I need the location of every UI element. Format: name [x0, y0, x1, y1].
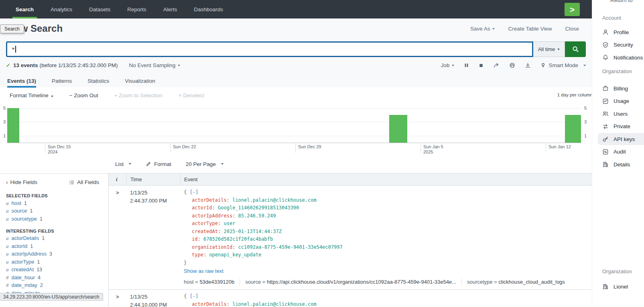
nav-item-analytics[interactable]: Analytics — [42, 0, 81, 18]
tab-events[interactable]: Events (13) — [7, 75, 36, 87]
field-createdAt[interactable]: acreatedAt13 — [0, 266, 108, 274]
shield-icon — [602, 42, 609, 48]
arrows-icon — [602, 123, 609, 130]
timeline-bar[interactable] — [565, 115, 581, 143]
panel-item-label: Usage — [614, 98, 629, 104]
job-menu-button[interactable]: Job — [441, 62, 455, 68]
per-page-dropdown[interactable]: 20 Per Page — [186, 161, 223, 167]
list-view-dropdown[interactable]: List — [115, 161, 131, 167]
event-time-cell: 1/13/252:44:37.000 PM — [126, 186, 180, 289]
json-value: 2025-01-13T14:44:37Z — [223, 229, 282, 234]
field-actorIpAddress[interactable]: aactorIpAddress3 — [0, 250, 108, 258]
field-host[interactable]: ahost1 — [0, 199, 108, 207]
tab-statistics[interactable]: Statistics — [87, 75, 109, 87]
json-key: actorDetails — [192, 301, 227, 307]
json-collapse-link[interactable]: [-] — [189, 189, 198, 195]
search-mode-selector[interactable]: Smart Mode — [540, 62, 586, 68]
download-button[interactable] — [525, 62, 531, 68]
field-name: actorType — [12, 259, 35, 265]
zoom-to-selection-button[interactable]: + Zoom to Selection — [114, 92, 162, 98]
timeline-plot-area[interactable]: 553311Sun Dec 152024Sun Dec 22Sun Dec 29… — [7, 104, 581, 143]
meta-field-value: 53de4339120b — [199, 279, 234, 285]
event-content-cell: { [-]actorDetails: lionel.palacin@clickh… — [180, 186, 592, 289]
create-table-view-button[interactable]: Create Table View — [508, 26, 552, 32]
panel-item-usage[interactable]: Usage — [592, 95, 644, 107]
event-expand-chevron-icon[interactable]: > — [109, 290, 126, 307]
magnifier-icon — [572, 46, 579, 53]
format-results-button[interactable]: Format — [146, 161, 171, 167]
panel-item-audit[interactable]: Audit — [592, 146, 644, 158]
stop-button[interactable] — [479, 63, 484, 68]
tab-visualization[interactable]: Visualization — [125, 75, 155, 87]
field-source[interactable]: asource1 — [0, 207, 108, 215]
deselect-button[interactable]: × Deselect — [179, 92, 204, 98]
json-open-line: { [-] — [184, 293, 592, 301]
event-timeline-chart: 553311Sun Dec 152024Sun Dec 22Sun Dec 29… — [0, 104, 592, 155]
share-button[interactable] — [493, 62, 500, 69]
event-expand-chevron-icon[interactable]: > — [109, 186, 126, 289]
field-actorType[interactable]: aactorType1 — [0, 258, 108, 266]
event-row: >1/13/252:44:10.000 PM{ [-]actorDetails:… — [109, 290, 592, 307]
event-sampling-dropdown[interactable]: No Event Sampling — [129, 62, 181, 68]
json-colon: : — [232, 213, 238, 219]
format-timeline-dropdown[interactable]: Format Timeline — [10, 92, 53, 98]
format-label: Format — [154, 161, 171, 167]
text-field-type-icon: a — [6, 208, 9, 214]
x-axis-tick — [45, 143, 45, 153]
json-value: Google_114602629918513043390 — [218, 205, 299, 211]
splunk-logo-icon[interactable]: > — [565, 3, 580, 16]
meta-field-value: clickhouse_cloud_audit_logs — [498, 279, 565, 285]
all-fields-button[interactable]: All Fields — [69, 179, 99, 185]
numeric-field-type-icon: # — [6, 275, 9, 281]
panel-item-security[interactable]: Security — [592, 39, 644, 51]
panel-item-notifications[interactable]: Notifications — [592, 51, 644, 63]
pause-button[interactable] — [464, 63, 469, 68]
panel-item-label: Audit — [614, 149, 626, 155]
panel-item-details[interactable]: Details — [592, 158, 644, 170]
save-as-button[interactable]: Save As — [470, 26, 495, 32]
bulb-icon — [540, 63, 546, 68]
x-axis-label: Sun Jan 12 — [549, 144, 571, 149]
field-date_hour[interactable]: #date_hour4 — [0, 274, 108, 282]
panel-item-lionel[interactable]: Lionel — [592, 280, 644, 293]
json-colon: : — [232, 244, 238, 250]
meta-field-host[interactable]: host = 53de4339120b — [184, 279, 240, 285]
search-button[interactable] — [565, 41, 586, 57]
meta-field-key: host = — [184, 279, 199, 285]
field-actorDetails[interactable]: aactorDetails1 — [0, 235, 108, 243]
hide-fields-button[interactable]: ‹Hide Fields — [6, 179, 37, 185]
search-query-text: * — [12, 46, 15, 52]
show-as-raw-text-link[interactable]: Show as raw text — [184, 268, 223, 274]
key-icon — [602, 136, 609, 142]
search-input[interactable]: * — [6, 41, 533, 57]
field-sourcetype[interactable]: asourcetype1 — [0, 215, 108, 223]
time-range-picker[interactable]: All time — [533, 41, 565, 57]
meta-field-sourcetype[interactable]: sourcetype = clickhouse_cloud_audit_logs — [461, 279, 570, 285]
nav-item-datasets[interactable]: Datasets — [81, 0, 119, 18]
panel-item-private[interactable]: Private — [592, 121, 644, 133]
json-collapse-link[interactable]: [-] — [189, 293, 198, 299]
meta-field-source[interactable]: source = https://api.clickhouse.cloud/v1… — [240, 279, 461, 285]
timeline-bar[interactable] — [389, 115, 407, 143]
field-date_mday[interactable]: #date_mday2 — [0, 282, 108, 290]
timeline-bar[interactable] — [7, 108, 19, 143]
list-icon — [69, 180, 75, 185]
panel-item-users[interactable]: Users — [592, 108, 644, 120]
zoom-out-button[interactable]: − Zoom Out — [69, 92, 98, 98]
field-count: 1 — [37, 259, 40, 265]
close-button[interactable]: Close — [565, 26, 579, 32]
nav-item-reports[interactable]: Reports — [119, 0, 154, 18]
field-actorId[interactable]: aactorId1 — [0, 242, 108, 250]
panel-item-api-keys[interactable]: API keys — [598, 133, 644, 145]
nav-item-dashboards[interactable]: Dashboards — [185, 0, 232, 18]
tab-patterns[interactable]: Patterns — [52, 75, 72, 87]
nav-item-search[interactable]: Search — [7, 0, 42, 18]
panel-item-profile[interactable]: Profile — [592, 26, 644, 38]
json-key: type — [192, 252, 203, 258]
json-value: 85.246.59.249 — [238, 213, 276, 219]
return-to-link[interactable]: Return to — [610, 0, 633, 3]
nav-item-alerts[interactable]: Alerts — [155, 0, 186, 18]
event-time-cell: 1/13/252:44:10.000 PM — [126, 290, 180, 307]
print-button[interactable] — [509, 62, 515, 68]
panel-item-billing[interactable]: Billing — [592, 82, 644, 94]
